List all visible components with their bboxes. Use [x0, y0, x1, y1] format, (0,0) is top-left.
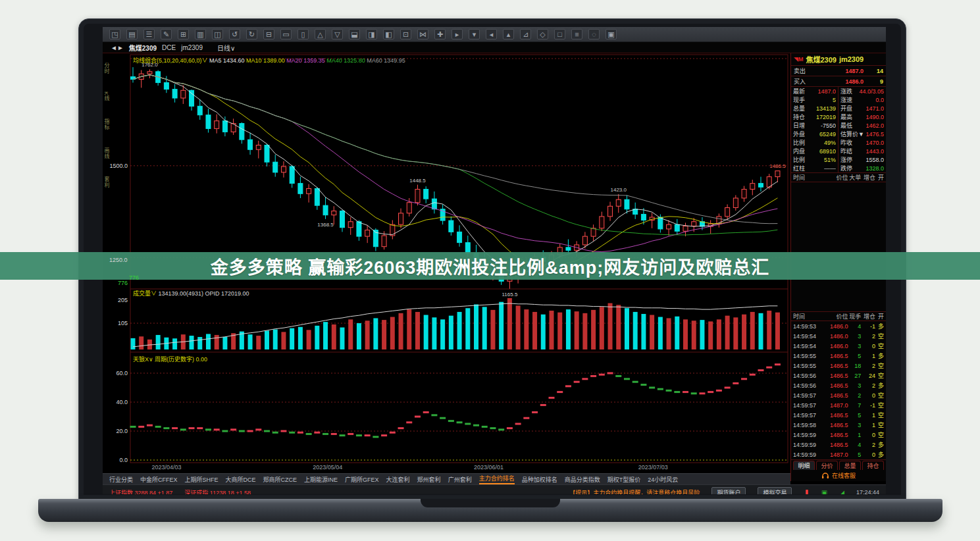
left-toolbar-item[interactable]: K线: [103, 91, 110, 101]
market-tab[interactable]: 品种加权排名: [522, 475, 557, 484]
toolbar-icon[interactable]: ✎: [161, 29, 172, 39]
toolbar-icon[interactable]: ⊿: [520, 29, 531, 39]
market-tab[interactable]: 行业分类: [109, 475, 133, 484]
toolbar-icon[interactable]: ◨: [366, 29, 377, 39]
candle-body: [675, 224, 679, 231]
customer-service-link[interactable]: 在线客服: [791, 470, 886, 481]
quote-stat-label: 比例: [793, 155, 805, 164]
tape-cell: 1486.0: [823, 323, 848, 330]
market-tab[interactable]: 主力合约排名: [479, 474, 515, 484]
bid-row: 买入 1486.0 9: [791, 76, 886, 87]
candle-body: [248, 140, 253, 149]
market-tab[interactable]: 大商所DCE: [226, 475, 256, 484]
market-tab[interactable]: 上期能源INE: [304, 475, 338, 484]
volume-bar: [457, 312, 462, 349]
volume-bar: [298, 327, 303, 349]
tape-cell: 1486.0: [823, 333, 848, 340]
market-tab[interactable]: 中金所CFFEX: [140, 475, 178, 484]
demo-trade-button[interactable]: 模拟交易: [758, 487, 792, 495]
panel-tab-分价[interactable]: 分价: [816, 461, 838, 470]
toolbar-icon[interactable]: ▽: [332, 29, 343, 39]
indicator-mark: [457, 421, 463, 423]
indicator-mark: [465, 423, 471, 425]
candle-body: [658, 217, 663, 229]
bid-qty: 9: [864, 78, 883, 85]
quote-stat-row: 昨结1443.0: [838, 147, 886, 155]
toolbar-icon[interactable]: ▴: [503, 29, 514, 39]
toolbar-icon[interactable]: ◧: [383, 29, 394, 39]
toolbar-icon[interactable]: ◇: [537, 29, 548, 39]
ask-qty: 14: [864, 68, 883, 74]
left-toolbar-item[interactable]: 画线: [103, 147, 110, 159]
nav-arrows-icon[interactable]: ◄►: [111, 44, 124, 51]
period-selector[interactable]: 日线∨: [217, 43, 235, 53]
toolbar-icon[interactable]: ▣: [606, 29, 617, 39]
volume-bar: [683, 319, 688, 349]
market-tab[interactable]: 广期所GFEX: [345, 475, 379, 484]
panel-tab-总量[interactable]: 总量: [839, 461, 861, 470]
market-tab[interactable]: 24小时风云: [648, 475, 678, 484]
volume-bar: [750, 312, 755, 349]
panel-tab-明细[interactable]: 明细: [793, 461, 815, 470]
market-tab[interactable]: 广州套利: [448, 475, 472, 484]
toolbar-icon[interactable]: ◌: [588, 29, 600, 39]
toolbar-icon[interactable]: ✚: [434, 29, 446, 39]
volume-axis-label: 205: [118, 297, 128, 303]
futures-account-button[interactable]: 期货账户: [711, 487, 746, 495]
alert-icon[interactable]: ❚: [804, 489, 809, 495]
toolbar-icon[interactable]: ↺: [229, 29, 240, 39]
quote-stat-label: 外盘: [793, 130, 805, 138]
tape-cell: 1486.0: [823, 343, 848, 349]
market-tab[interactable]: 商品分类指数: [565, 475, 600, 484]
toolbar-icon[interactable]: ⬓: [349, 29, 360, 39]
quote-stat-row: 红柱——: [791, 164, 838, 172]
toolbar-icon[interactable]: ↻: [246, 29, 257, 39]
volume-bar: [591, 310, 596, 349]
tape-cell: 3: [848, 422, 861, 428]
left-toolbar-item[interactable]: 套利: [103, 176, 110, 188]
tape-cell: 多: [875, 440, 884, 449]
toolbar-icon[interactable]: ⊟: [263, 29, 274, 39]
toolbar-icon[interactable]: ◫: [212, 29, 223, 39]
clock: 17:24:44: [856, 489, 879, 494]
toolbar-icon[interactable]: △: [315, 29, 326, 39]
market-tab[interactable]: 上期所SHFE: [185, 475, 219, 484]
toolbar-icon[interactable]: ▤: [126, 29, 138, 39]
candle-body: [206, 115, 211, 129]
toolbar-icon[interactable]: ⊡: [400, 29, 411, 39]
toolbar-icon[interactable]: ▾: [469, 29, 480, 39]
toolbar-icon[interactable]: ≡: [571, 29, 582, 39]
toolbar-icon[interactable]: ▥: [195, 29, 206, 39]
indicator-mark: [532, 411, 538, 413]
toolbar-icon[interactable]: ▸: [451, 29, 463, 39]
toolbar-icon[interactable]: ☰: [143, 29, 155, 39]
toolbar-icon[interactable]: ▯: [297, 29, 309, 39]
panel-tab-持仓[interactable]: 持仓: [862, 461, 884, 470]
volume-bar: [407, 309, 411, 349]
market-tab[interactable]: 郑州套利: [417, 475, 441, 484]
market-tab[interactable]: 大连套利: [386, 475, 410, 484]
volume-bar: [465, 308, 470, 349]
price-annotation: 1486.5: [769, 163, 786, 169]
toolbar-icon[interactable]: □: [554, 29, 565, 39]
left-toolbar-item[interactable]: 分时: [103, 63, 110, 74]
toolbar-icon[interactable]: ⊞: [178, 29, 189, 39]
quote-stat-label: 现手: [793, 95, 805, 104]
toolbar-icon[interactable]: ▭: [280, 29, 292, 39]
quote-stats-grid: 最新1487.0现手5总量134139持仓172019日增-7550外盘6524…: [791, 87, 886, 173]
quote-stat-label: 昨收: [840, 138, 852, 147]
toolbar-icon[interactable]: ◳: [109, 29, 120, 39]
toolbar-icon[interactable]: ◂: [486, 29, 497, 39]
quote-panel-tabs: 明细分价总量持仓: [791, 459, 886, 470]
left-toolbar-item[interactable]: 指标: [103, 118, 110, 130]
volume-bar: [307, 330, 311, 349]
market-tab[interactable]: 郑商所CZCE: [263, 475, 297, 484]
tape-cell: 2: [861, 333, 875, 340]
notice-ticker[interactable]: 【提示】主力合约换月提醒，请注意移仓换月风险: [569, 488, 700, 495]
market-tab[interactable]: 期权T型报价: [607, 475, 641, 484]
quote-stat-value: 1443.0: [865, 148, 884, 155]
ask-price: 1487.0: [813, 68, 864, 74]
toolbar-icon[interactable]: ⋈: [417, 29, 428, 39]
ma-line: [133, 75, 777, 273]
candle-body: [190, 90, 194, 106]
